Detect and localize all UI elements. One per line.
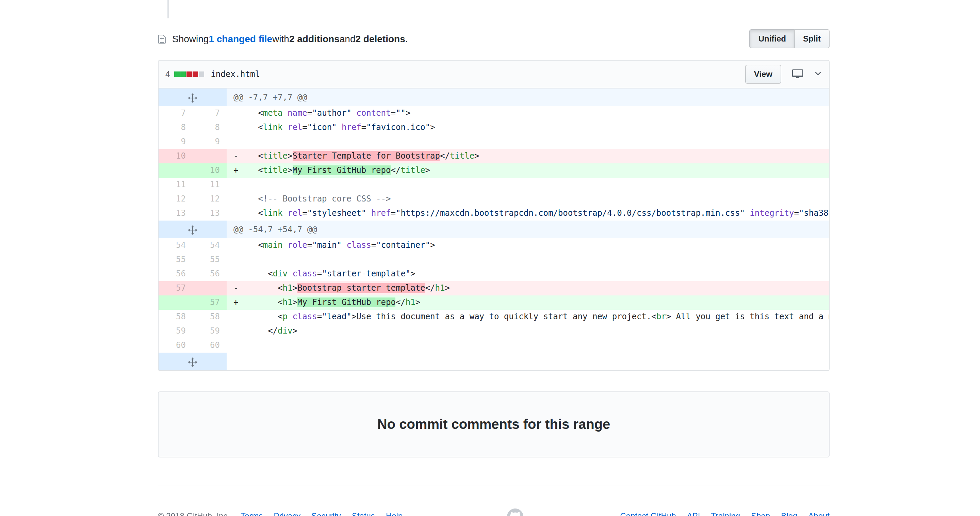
footer-link-training[interactable]: Training (711, 511, 740, 516)
diff-sign (234, 269, 238, 279)
file-name[interactable]: index.html (211, 69, 260, 79)
code-token: h1 (435, 283, 445, 293)
old-line-number[interactable]: 9 (159, 135, 192, 149)
code-token (352, 108, 356, 118)
code-token: > (406, 108, 410, 118)
file-changes-count: 4 (165, 69, 170, 79)
diff-table-body: @@ -7,7 +7,7 @@77 <meta name="author" co… (159, 89, 829, 370)
device-desktop-icon (792, 68, 803, 81)
code-token: "author" (312, 108, 352, 118)
new-line-number[interactable]: 10 (192, 163, 227, 178)
footer-link-status[interactable]: Status (352, 511, 375, 516)
unified-view-button[interactable]: Unified (749, 29, 795, 48)
code-token: > (445, 283, 450, 293)
old-line-number[interactable]: 58 (159, 310, 192, 324)
diff-line-context: 5858 <p class="lead">Use this document a… (159, 310, 829, 324)
hunk-header-text: @@ -54,7 +54,7 @@ (227, 221, 829, 238)
diff-line-context: 5656 <div class="starter-template"> (159, 267, 829, 281)
code-token: "icon" (307, 123, 337, 132)
code-token: < (238, 240, 263, 250)
old-line-number[interactable]: 7 (159, 106, 192, 121)
old-line-number[interactable]: 12 (159, 192, 192, 206)
old-line-number[interactable]: 54 (159, 238, 192, 253)
expand-diff-button[interactable] (159, 89, 227, 106)
footer-link-about[interactable]: About (808, 511, 830, 516)
diff-line-context: 6060 (159, 338, 829, 353)
old-line-number[interactable]: 56 (159, 267, 192, 281)
code-token: title (263, 151, 288, 161)
new-line-number[interactable]: 54 (192, 238, 227, 253)
footer-link-help[interactable]: Help (386, 511, 402, 516)
changed-word-highlight: My First GitHub repo (298, 298, 396, 307)
new-line-number[interactable]: 57 (192, 295, 227, 310)
footer-right-links: Contact GitHubAPITrainingShopBlogAbout (620, 511, 830, 516)
old-line-number[interactable]: 55 (159, 253, 192, 267)
diff-sign (234, 340, 238, 350)
old-line-number[interactable]: 8 (159, 121, 192, 135)
new-line-number[interactable]: 59 (192, 324, 227, 338)
additions-count: 2 additions (289, 33, 340, 44)
old-line-number[interactable]: 57 (159, 281, 192, 295)
code-token: rel (288, 208, 302, 218)
new-line-number[interactable] (192, 281, 227, 295)
changed-files-link[interactable]: 1 changed file (208, 33, 272, 44)
code-token: href (342, 123, 361, 132)
new-line-number[interactable]: 11 (192, 178, 227, 192)
new-line-number[interactable]: 60 (192, 338, 227, 353)
expand-diff-button[interactable] (159, 353, 227, 370)
code-token: </ (440, 151, 450, 161)
new-line-number[interactable]: 13 (192, 206, 227, 221)
new-line-number[interactable]: 56 (192, 267, 227, 281)
new-line-number[interactable]: 58 (192, 310, 227, 324)
code-token: < (238, 108, 263, 118)
footer-link-privacy[interactable]: Privacy (274, 511, 301, 516)
split-view-button[interactable]: Split (794, 29, 830, 48)
new-line-number[interactable]: 9 (192, 135, 227, 149)
unfold-icon (188, 93, 197, 102)
code-line: <link rel="icon" href="favicon.ico"> (227, 121, 829, 135)
footer-link-api[interactable]: API (687, 511, 700, 516)
page-footer: © 2018 GitHub, Inc. TermsPrivacySecurity… (158, 485, 830, 516)
code-token: h1 (283, 298, 293, 307)
view-file-button[interactable]: View (745, 65, 781, 84)
footer-link-contact-github[interactable]: Contact GitHub (620, 511, 676, 516)
diff-sign (234, 108, 238, 118)
file-options-button[interactable] (814, 69, 822, 79)
code-token: "main" (312, 240, 342, 250)
diff-sign (234, 240, 238, 250)
code-token (337, 123, 342, 132)
code-token: > (292, 326, 297, 336)
old-line-number[interactable]: 60 (159, 338, 192, 353)
footer-link-terms[interactable]: Terms (240, 511, 263, 516)
old-line-number[interactable]: 13 (159, 206, 192, 221)
footer-link-security[interactable]: Security (311, 511, 341, 516)
rich-diff-button[interactable] (792, 68, 803, 81)
old-line-number[interactable]: 10 (159, 149, 192, 163)
summary-showing-text: Showing (172, 33, 208, 44)
code-line: <p class="lead">Use this document as a w… (227, 310, 829, 324)
code-token: rel (288, 123, 302, 132)
old-line-number[interactable] (159, 163, 192, 178)
code-token: content (356, 108, 391, 118)
old-line-number[interactable] (159, 295, 192, 310)
diffstat-block-added (174, 72, 179, 77)
footer-link-shop[interactable]: Shop (751, 511, 770, 516)
diff-table: @@ -7,7 +7,7 @@77 <meta name="author" co… (159, 89, 829, 370)
new-line-number[interactable]: 12 (192, 192, 227, 206)
new-line-number[interactable]: 55 (192, 253, 227, 267)
diff-line-context: 5555 (159, 253, 829, 267)
new-line-number[interactable]: 8 (192, 121, 227, 135)
old-line-number[interactable]: 59 (159, 324, 192, 338)
code-token: title (263, 166, 288, 175)
footer-link-blog[interactable]: Blog (781, 511, 797, 516)
github-mark-icon[interactable] (507, 508, 523, 516)
new-line-number[interactable] (192, 149, 227, 163)
diff-sign (234, 208, 238, 218)
code-line: <div class="starter-template"> (227, 267, 829, 281)
new-line-number[interactable]: 7 (192, 106, 227, 121)
code-token: "starter-template" (322, 269, 410, 279)
old-line-number[interactable]: 11 (159, 178, 192, 192)
expand-diff-button[interactable] (159, 221, 227, 238)
code-token: "sha384-Gn5384xqQ1ao" (799, 208, 829, 218)
summary-and-text: and (340, 33, 356, 44)
